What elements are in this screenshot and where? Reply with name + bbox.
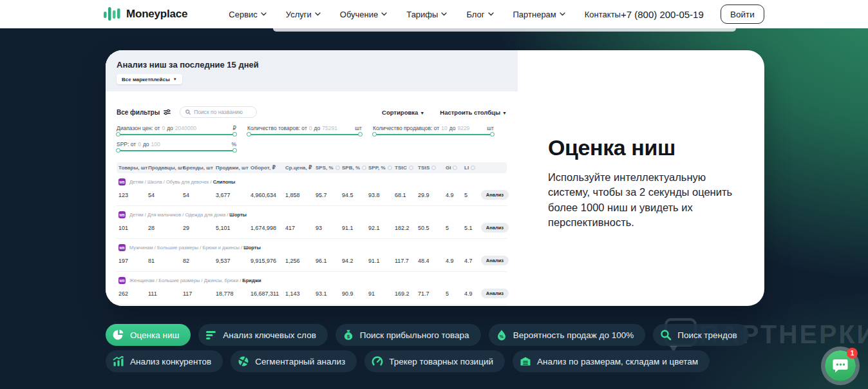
gauge-icon — [372, 356, 383, 367]
range-filter[interactable]: Количество продавцов: от 10 до 9229 шт — [373, 125, 494, 135]
hero-section: ПАРТНЕРКИН Анализ ниш за последние 15 дн… — [0, 28, 868, 389]
table-row: WB Детям / Для мальчиков / Одежда для до… — [117, 206, 507, 239]
cell-value: 3,677 — [216, 192, 250, 198]
warehouse-icon — [520, 356, 531, 367]
cell-value: 4.9 — [446, 258, 464, 264]
screenshot-body: Все фильтры — [106, 106, 518, 306]
range-filter[interactable]: Диапазон цен: от 0 до 2040000 ₽ — [117, 125, 236, 135]
screenshot-title: Анализ ниш за последние 15 дней — [117, 60, 518, 70]
table-row: WB Мужчинам / Большие размеры / Брюки и … — [117, 239, 507, 272]
cell-value: 169.2 — [395, 290, 418, 297]
feature-tab[interactable]: Сегментарный анализ — [231, 350, 357, 372]
svg-text:%: % — [500, 334, 504, 339]
feature-tab[interactable]: Анализ конкурентов — [106, 350, 223, 372]
cell-value: 5.1 — [464, 225, 482, 231]
cell-value: 262 — [118, 290, 148, 297]
cell-value: 9,915,976 — [250, 258, 285, 264]
chevron-down-icon — [261, 12, 267, 16]
bar-chart-icon — [113, 356, 124, 367]
configure-columns-button[interactable]: Настроить столбцы▼ — [440, 109, 507, 116]
search-input[interactable]: Поиск по названию — [180, 106, 257, 118]
feature-tab[interactable]: Анализ ключевых слов — [198, 324, 327, 346]
chat-widget-button[interactable]: 1 — [825, 350, 856, 381]
search-icon — [185, 109, 191, 115]
hero-top-element-edge — [273, 28, 736, 32]
row-values: 26211111718,77816,687,3111,14393.190.991… — [118, 289, 507, 298]
cell-value: 117 — [183, 290, 216, 297]
chevron-down-icon — [488, 12, 494, 16]
chevron-down-icon — [381, 12, 387, 16]
category-path: WB Детям / Для мальчиков / Одежда для до… — [118, 211, 507, 218]
droplet-percent-icon: % — [496, 329, 507, 341]
cell-value: 94.5 — [342, 192, 368, 198]
marketplace-badge: WB — [118, 211, 126, 218]
table-row: WB Детям / Школа / Обувь для девочек / С… — [117, 173, 507, 206]
money-bag-icon: $ — [343, 329, 354, 341]
cell-value: 4.7 — [464, 258, 482, 264]
column-header: Продавцы, шт — [148, 165, 183, 171]
cell-value: 91.1 — [342, 225, 368, 231]
marketplace-dropdown-value: Все маркетплейсы — [122, 77, 170, 82]
cell-value: 94.2 — [342, 258, 368, 264]
cell-value: 111 — [148, 290, 183, 297]
range-filter[interactable]: SPP: от 0 до 100 % — [117, 141, 236, 151]
cell-value: 29.9 — [418, 192, 446, 198]
info-icon — [362, 166, 366, 170]
feature-tab[interactable]: Оценка ниш — [106, 324, 191, 346]
feature-tabs: Оценка ниш Анализ ключевых слов $ Поиск … — [106, 324, 788, 377]
menu-item-тарифы[interactable]: Тарифы — [406, 10, 447, 19]
moneyplace-logo-icon — [104, 5, 120, 23]
analyze-button[interactable]: Анализ — [481, 190, 509, 200]
row-values: 19781829,5379,915,9761,25696.194.291.111… — [118, 256, 507, 265]
table-header-row: Товары, шт Продавцы, шт Бренды, шт Прода… — [117, 162, 507, 173]
menu-item-контакты[interactable]: Контакты — [585, 10, 621, 19]
menu-item-услуги[interactable]: Услуги — [286, 10, 321, 19]
cell-value: 5,101 — [216, 225, 250, 231]
menu-item-обучение[interactable]: Обучение — [340, 10, 387, 19]
login-button[interactable]: Войти — [721, 5, 764, 24]
analyze-button[interactable]: Анализ — [481, 289, 509, 298]
analyze-button[interactable]: Анализ — [481, 256, 509, 265]
table-row: WB Женщинам / Большие размеры / Джинсы, … — [117, 272, 507, 305]
menu-item-блог[interactable]: Блог — [466, 10, 493, 19]
segments-icon — [238, 356, 249, 367]
column-header: TStS — [418, 165, 446, 171]
all-filters-button[interactable]: Все фильтры — [117, 109, 171, 116]
cell-value: 68.1 — [395, 192, 418, 198]
feature-tab[interactable]: Поиск трендов — [653, 324, 748, 346]
screenshot-header: Анализ ниш за последние 15 дней Все марк… — [106, 50, 518, 91]
category-path: WB Женщинам / Большие размеры / Джинсы, … — [118, 277, 507, 284]
tabs-row-2: Анализ конкурентов Сегментарный анализ Т… — [106, 350, 788, 372]
cell-value: 54 — [183, 192, 216, 198]
phone-link[interactable]: +7 (800) 200-05-19 — [621, 9, 704, 20]
cell-value: 4,960,634 — [250, 192, 285, 198]
column-header: Ср.цена, ₽ — [285, 165, 316, 171]
menu-item-сервис[interactable]: Сервис — [229, 10, 267, 19]
logo[interactable]: Moneyplace — [104, 5, 187, 23]
range-filter[interactable]: Количество товаров: от 0 до 75291 шт — [247, 125, 362, 135]
menu-item-партнерам[interactable]: Партнерам — [513, 10, 565, 19]
feature-tab[interactable]: % Вероятность продаж до 100% — [489, 324, 646, 346]
cell-value: 5 — [446, 290, 464, 297]
cell-value: 1,256 — [285, 258, 316, 264]
chevron-down-icon: ▼ — [420, 111, 424, 115]
search-icon — [660, 329, 672, 341]
cell-value: 93.8 — [368, 192, 395, 198]
cell-value: 93 — [316, 225, 342, 231]
feature-tab[interactable]: Трекер товарных позиций — [364, 350, 505, 372]
cell-value: 92.1 — [368, 225, 395, 231]
chevron-down-icon: ▼ — [173, 77, 177, 81]
sort-button[interactable]: Сортировка▼ — [382, 109, 424, 116]
analyze-button[interactable]: Анализ — [481, 223, 509, 232]
column-header: Продажи, шт — [216, 165, 250, 171]
feature-tab[interactable]: Анализ по размерам, складам и цветам — [513, 350, 710, 372]
cell-value: 101 — [118, 225, 148, 231]
cell-value: 1,858 — [285, 192, 316, 198]
cell-value: 81 — [148, 258, 183, 264]
chat-notification-badge: 1 — [847, 348, 858, 359]
cell-value: 1,674,998 — [250, 225, 285, 231]
category-path: WB Мужчинам / Большие размеры / Брюки и … — [118, 244, 507, 251]
feature-tab[interactable]: $ Поиск прибыльного товара — [335, 324, 481, 346]
chat-bubble-icon — [833, 359, 848, 373]
marketplace-dropdown[interactable]: Все маркетплейсы ▼ — [117, 74, 182, 84]
